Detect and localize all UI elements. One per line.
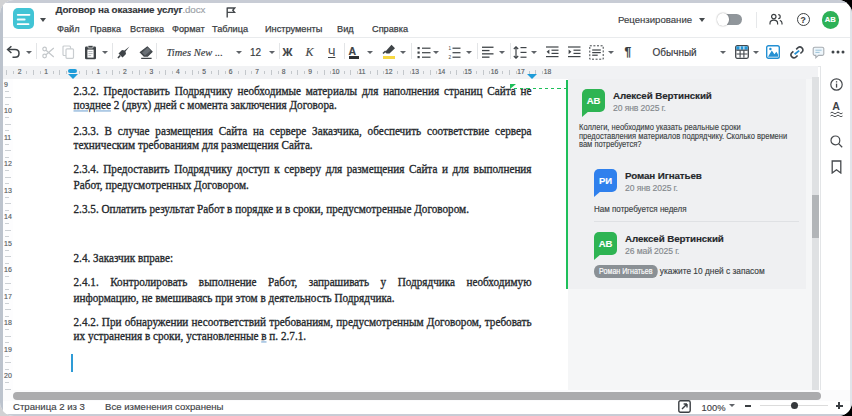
svg-text:1: 1: [449, 46, 452, 51]
svg-text:А: А: [832, 100, 840, 112]
svg-text:2: 2: [449, 54, 452, 58]
